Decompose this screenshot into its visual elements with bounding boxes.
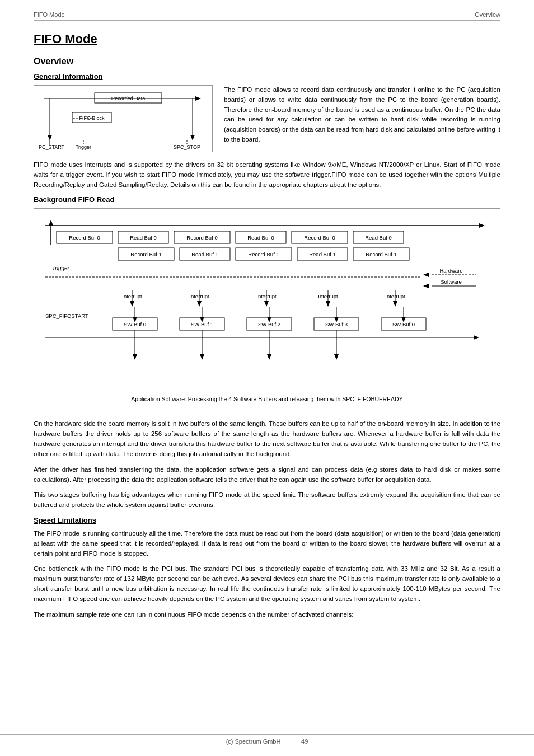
bg-fifo-desc1: On the hardware side the board memory is…: [34, 419, 500, 459]
svg-text:Record Buf 1: Record Buf 1: [130, 251, 161, 257]
svg-text:Software: Software: [441, 279, 462, 285]
svg-marker-20: [49, 220, 53, 226]
page: FIFO Mode Overview FIFO Mode Overview Ge…: [0, 0, 534, 756]
page-footer: (c) Spectrum GmbH 49: [0, 734, 534, 745]
page-title: FIFO Mode: [34, 32, 500, 46]
svg-text:SPC_STOP: SPC_STOP: [174, 144, 200, 150]
fifo-bg-diagram: Record Buf 0 Read Buf 0 Record Buf 0 Rea…: [34, 208, 500, 411]
svg-marker-65: [393, 301, 397, 307]
svg-text:Record Buf 0: Record Buf 0: [304, 234, 335, 241]
svg-text:Record Buf 1: Record Buf 1: [248, 251, 279, 257]
svg-text:Recorded Data: Recorded Data: [111, 96, 146, 101]
header-left: FIFO Mode: [34, 11, 65, 18]
svg-marker-90: [200, 354, 204, 360]
svg-marker-1: [195, 96, 201, 101]
footer-page-number: 49: [301, 738, 308, 745]
svg-text:Trigger: Trigger: [52, 265, 70, 271]
svg-text:Read Buf 0: Read Buf 0: [365, 234, 392, 241]
svg-marker-62: [326, 301, 330, 307]
bg-fifo-desc2: After the driver has finsihed transferri…: [34, 465, 500, 485]
svg-text:Trigger: Trigger: [76, 144, 91, 150]
fifo-diagram-svg: Recorded Data FIFO Block SPC_START Trigg…: [39, 90, 207, 152]
app-software-label: Application Software: Processing the 4 S…: [40, 393, 494, 405]
svg-marker-45: [423, 273, 429, 277]
speed-text2: One bottleneck with the FIFO mode is the…: [34, 564, 500, 604]
svg-marker-88: [133, 354, 137, 360]
svg-marker-92: [267, 354, 271, 360]
svg-marker-9: [190, 135, 195, 140]
svg-marker-59: [264, 301, 269, 307]
svg-marker-56: [197, 301, 202, 307]
svg-marker-94: [334, 354, 339, 360]
svg-marker-96: [474, 335, 479, 340]
speed-text3: The maximum sample rate one can run in c…: [34, 610, 500, 620]
background-fifo-title: Background FIFO Read: [34, 195, 500, 204]
svg-text:SPC_START: SPC_START: [39, 144, 65, 150]
svg-marker-18: [479, 223, 485, 228]
general-info-description: The FIFO mode allows to record data cont…: [224, 85, 500, 147]
svg-text:Read Buf 1: Read Buf 1: [309, 251, 336, 257]
svg-text:Read Buf 1: Read Buf 1: [191, 251, 218, 257]
svg-marker-7: [48, 135, 52, 140]
overview-title: Overview: [34, 57, 500, 67]
fifo-diagram: Recorded Data FIFO Block SPC_START Trigg…: [34, 85, 213, 152]
svg-text:Record Buf 1: Record Buf 1: [366, 251, 396, 257]
page-header: FIFO Mode Overview: [34, 11, 500, 21]
bg-fifo-desc3: This two stages buffering has big advant…: [34, 490, 500, 510]
svg-text:Hardware: Hardware: [439, 267, 462, 274]
general-info-section: Recorded Data FIFO Block SPC_START Trigg…: [34, 85, 500, 152]
svg-text:Record Buf 0: Record Buf 0: [186, 234, 217, 241]
svg-text:Read Buf 0: Read Buf 0: [247, 234, 274, 241]
speed-text1: The FIFO mode is running continuously al…: [34, 529, 500, 558]
header-right: Overview: [475, 11, 500, 18]
svg-text:SPC_FIFOSTART: SPC_FIFOSTART: [45, 313, 88, 319]
svg-marker-53: [130, 301, 134, 307]
svg-text:Record Buf 0: Record Buf 0: [69, 234, 100, 241]
fifo-bg-svg: Record Buf 0 Read Buf 0 Record Buf 0 Rea…: [40, 214, 493, 388]
general-info-title: General Information: [34, 72, 500, 81]
speed-limitations-title: Speed Limitations: [34, 516, 500, 524]
svg-marker-48: [423, 284, 429, 288]
fifo-mode-text: FIFO mode uses interrupts and is support…: [34, 160, 500, 190]
footer-center: (c) Spectrum GmbH: [226, 738, 281, 745]
svg-text:Read Buf 0: Read Buf 0: [130, 234, 157, 241]
